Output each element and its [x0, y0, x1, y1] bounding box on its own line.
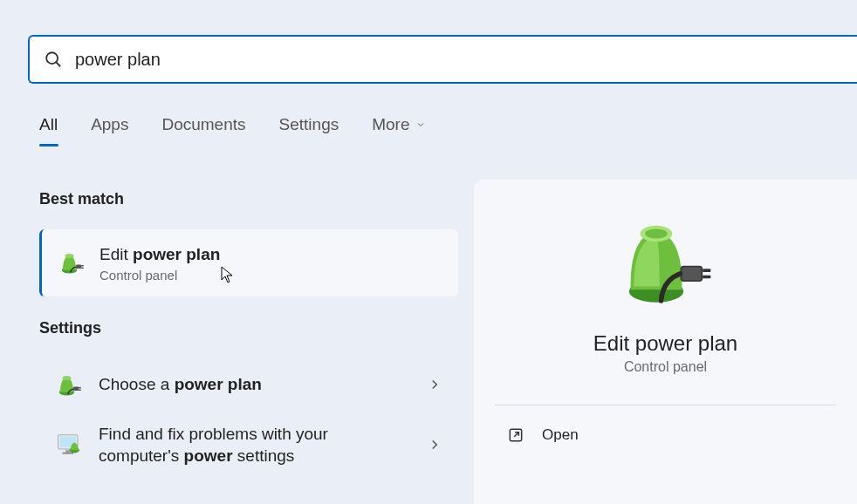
tab-all[interactable]: All [39, 115, 58, 143]
svg-rect-15 [63, 453, 74, 454]
preview-open-label: Open [542, 426, 579, 444]
svg-rect-21 [682, 268, 701, 281]
cursor-icon [221, 266, 235, 285]
results-column: Best match Edit power plan Control panel [39, 190, 458, 480]
tab-apps[interactable]: Apps [91, 115, 128, 143]
result-subtitle: Control panel [99, 268, 442, 283]
preview-app-icon [474, 215, 857, 310]
svg-point-3 [65, 254, 74, 258]
svg-rect-10 [79, 387, 81, 388]
search-bar[interactable] [28, 35, 857, 84]
tab-more-label: More [372, 115, 409, 134]
svg-point-0 [46, 52, 58, 64]
settings-item-choose-plan[interactable]: Choose a power plan [39, 358, 458, 411]
result-title: Find and fix problems with your computer… [99, 423, 411, 467]
svg-point-19 [645, 229, 668, 239]
search-filter-tabs: All Apps Documents Settings More [39, 115, 426, 143]
tab-documents[interactable]: Documents [161, 115, 245, 143]
svg-point-8 [63, 376, 72, 380]
preview-open-action[interactable]: Open [474, 405, 857, 465]
svg-rect-9 [73, 386, 79, 390]
chevron-right-icon [427, 437, 442, 453]
search-input[interactable] [75, 50, 843, 70]
best-match-heading: Best match [39, 190, 458, 208]
troubleshoot-monitor-icon [55, 431, 83, 459]
svg-rect-5 [81, 265, 84, 266]
svg-line-1 [56, 62, 60, 66]
svg-rect-11 [79, 389, 81, 390]
tab-more[interactable]: More [372, 115, 425, 143]
open-external-icon [507, 426, 524, 444]
chevron-down-icon [415, 119, 426, 130]
search-icon [44, 50, 63, 69]
svg-rect-23 [703, 276, 710, 279]
power-plan-icon [55, 371, 83, 398]
settings-heading: Settings [39, 319, 458, 337]
svg-rect-14 [65, 451, 70, 453]
result-title: Choose a power plan [99, 373, 411, 396]
chevron-right-icon [427, 377, 442, 392]
preview-pane: Edit power plan Control panel Open [474, 180, 857, 504]
power-plan-icon [58, 249, 86, 276]
best-match-result[interactable]: Edit power plan Control panel [39, 229, 458, 296]
preview-subtitle: Control panel [474, 359, 857, 375]
result-title: Edit power plan [99, 243, 442, 266]
svg-rect-22 [703, 269, 710, 272]
tab-settings[interactable]: Settings [279, 115, 339, 143]
svg-rect-6 [81, 268, 84, 269]
preview-title: Edit power plan [474, 331, 857, 356]
svg-rect-4 [76, 265, 81, 269]
settings-item-troubleshoot-power[interactable]: Find and fix problems with your computer… [39, 411, 458, 480]
